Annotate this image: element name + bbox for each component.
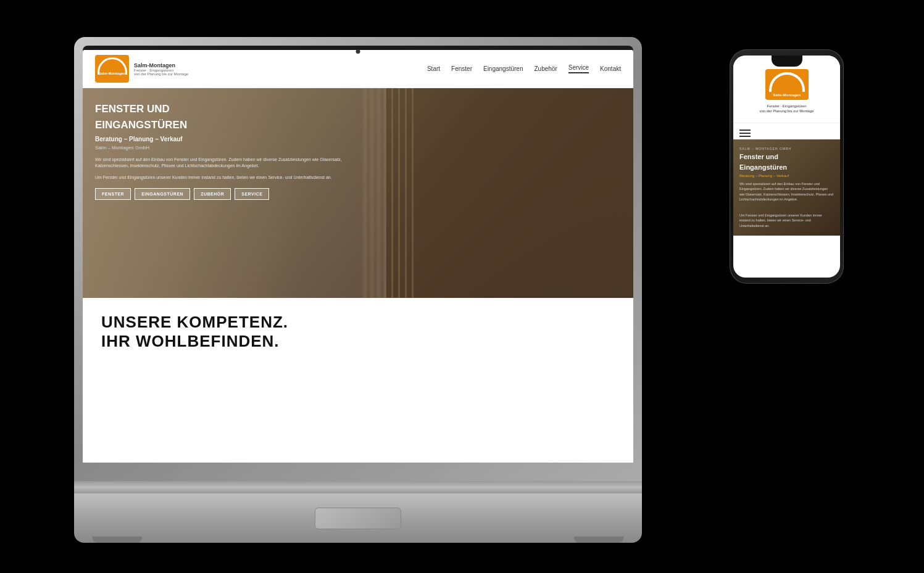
laptop-bottom — [74, 493, 642, 543]
phone-hero-body1: Wir sind spezialisiert auf den Einbau vo… — [739, 181, 834, 202]
hero-section: FENSTER UND EINGANGSTÜREN Beratung – Pla… — [83, 88, 633, 298]
laptop-foot-left — [93, 537, 142, 543]
hero-window-lines — [358, 88, 633, 298]
logo-box: Salm-Montagen — [95, 55, 129, 83]
hamburger-line — [739, 136, 751, 137]
hamburger-line — [739, 130, 751, 131]
hero-heading1: FENSTER UND — [95, 103, 373, 115]
phone-hamburger-menu[interactable] — [733, 127, 840, 139]
btn-zubehoer[interactable]: ZUBEHÖR — [194, 188, 231, 200]
laptop-base — [74, 481, 642, 543]
hero-overlay: FENSTER UND EINGANGSTÜREN Beratung – Pla… — [83, 88, 386, 298]
hero-buttons: FENSTER EINGANGSTÜREN ZUBEHÖR SERVICE — [95, 188, 373, 200]
hero-subheading: Beratung – Planung – Verkauf — [95, 136, 373, 142]
hero-body2: Um Fenster und Eingangstüren unserer Kun… — [95, 175, 373, 181]
phone-nav-divider — [733, 123, 840, 123]
laptop-foot-right — [574, 537, 623, 543]
phone-hero-title1: Fenster und — [739, 153, 834, 161]
phone: Salm-Montagen Fenster · Eingangstüren vo… — [730, 49, 844, 284]
window-line — [412, 88, 414, 298]
phone-logo-arch-icon — [769, 72, 805, 92]
logo-arch-icon — [98, 57, 127, 75]
phone-tagline1: Fenster · Eingangstüren — [767, 104, 806, 109]
hero-company: Salm – Montagen GmbH — [95, 145, 373, 150]
nav-kontakt[interactable]: Kontakt — [600, 65, 621, 72]
window-line — [405, 88, 407, 298]
phone-outer: Salm-Montagen Fenster · Eingangstüren vo… — [730, 49, 844, 284]
window-line — [398, 88, 400, 298]
phone-logo-title: Salm-Montagen — [773, 93, 801, 97]
logo-text-group: Salm-Montagen Fenster · Eingangstüren vo… — [134, 62, 188, 76]
nav-eingangstueren[interactable]: Eingangstüren — [483, 65, 523, 72]
hero-heading2: EINGANGSTÜREN — [95, 119, 373, 131]
phone-notch — [772, 56, 802, 67]
laptop-bezel: Salm-Montagen Salm-Montagen Fenster · Ei… — [83, 46, 633, 463]
btn-service[interactable]: SERVICE — [235, 188, 269, 200]
bottom-line2: IHR WOHLBEFINDEN. — [101, 332, 615, 351]
phone-hero-title2: Eingangstüren — [739, 163, 834, 171]
laptop-camera — [356, 49, 360, 54]
laptop: Salm-Montagen Salm-Montagen Fenster · Ei… — [74, 37, 642, 543]
phone-screen: Salm-Montagen Fenster · Eingangstüren vo… — [733, 56, 840, 278]
nav-service[interactable]: Service — [568, 64, 589, 73]
site-nav: Salm-Montagen Salm-Montagen Fenster · Ei… — [83, 50, 633, 88]
laptop-trackpad — [315, 508, 401, 529]
scene: Salm-Montagen Salm-Montagen Fenster · Ei… — [0, 0, 924, 573]
site-bottom: UNSERE KOMPETENZ. IHR WOHLBEFINDEN. — [83, 298, 633, 366]
phone-hero: SALM – MONTAGEN GMBH Fenster und Eingang… — [733, 139, 840, 236]
logo-brand: Salm-Montagen — [134, 62, 188, 68]
laptop-website: Salm-Montagen Salm-Montagen Fenster · Ei… — [83, 50, 633, 463]
bottom-line1: UNSERE KOMPETENZ. — [101, 313, 615, 332]
phone-tagline2: von der Planung bis zur Montage — [759, 109, 814, 113]
phone-hero-body2: Um Fenster und Eingangstüren unserer Kun… — [739, 213, 834, 228]
window-line — [391, 88, 393, 298]
btn-fenster[interactable]: FENSTER — [95, 188, 131, 200]
site-menu: Start Fenster Eingangstüren Zubehör Serv… — [427, 64, 621, 73]
phone-logo-box: Salm-Montagen — [765, 69, 809, 100]
nav-zubehoer[interactable]: Zubehör — [534, 65, 557, 72]
btn-eingangstueren[interactable]: EINGANGSTÜREN — [135, 188, 190, 200]
nav-start[interactable]: Start — [427, 65, 440, 72]
nav-fenster[interactable]: Fenster — [451, 65, 472, 72]
laptop-hinge — [74, 481, 642, 493]
laptop-screen-content: Salm-Montagen Salm-Montagen Fenster · Ei… — [83, 50, 633, 463]
logo-tagline2: von der Planung bis zur Montage — [134, 72, 188, 76]
phone-hero-label: SALM – MONTAGEN GMBH — [739, 147, 834, 150]
laptop-screen-outer: Salm-Montagen Salm-Montagen Fenster · Ei… — [74, 37, 642, 481]
hero-body1: Wir sind spezialisiert auf den Einbau vo… — [95, 157, 373, 170]
site-logo: Salm-Montagen Salm-Montagen Fenster · Ei… — [95, 55, 188, 83]
hamburger-line — [739, 133, 751, 134]
phone-hero-sub: Beratung – Planung – Verkauf — [739, 174, 834, 178]
